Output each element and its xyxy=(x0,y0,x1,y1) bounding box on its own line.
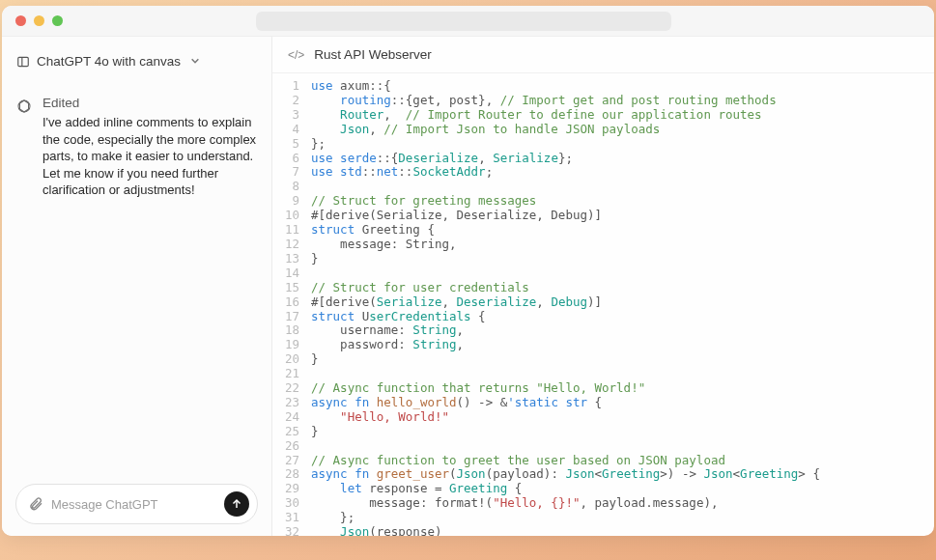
line-number: 10 xyxy=(272,209,311,223)
line-number: 20 xyxy=(272,352,311,367)
code-line[interactable]: 3 Router, // Import Router to define our… xyxy=(272,108,934,123)
code-content: routing::{get, post}, // Import get and … xyxy=(311,94,934,108)
code-line[interactable]: 22// Async function that returns "Hello,… xyxy=(272,381,934,396)
code-content: } xyxy=(311,252,934,266)
code-content: password: String, xyxy=(311,338,934,352)
sidebar-toggle-icon xyxy=(15,55,31,69)
code-line[interactable]: 25} xyxy=(272,425,934,439)
code-line[interactable]: 14 xyxy=(272,266,934,281)
code-content: "Hello, World!" xyxy=(311,410,934,425)
code-line[interactable]: 18 username: String, xyxy=(272,323,934,338)
line-number: 29 xyxy=(272,482,311,496)
code-content: struct Greeting { xyxy=(311,223,934,238)
code-content: message: String, xyxy=(311,238,934,252)
code-line[interactable]: 29 let response = Greeting { xyxy=(272,482,934,496)
canvas-panel: </> Rust API Webserver 1use axum::{2 rou… xyxy=(272,37,934,536)
code-content: struct UserCredentials { xyxy=(311,310,934,324)
message-status: Edited xyxy=(43,96,258,110)
code-content: // Struct for greeting messages xyxy=(311,194,934,209)
code-line[interactable]: 5}; xyxy=(272,137,934,152)
code-line[interactable]: 23async fn hello_world() -> &'static str… xyxy=(272,396,934,410)
line-number: 28 xyxy=(272,467,311,482)
window-controls xyxy=(15,15,63,26)
code-line[interactable]: 12 message: String, xyxy=(272,238,934,252)
url-bar[interactable] xyxy=(256,12,671,31)
code-line[interactable]: 17struct UserCredentials { xyxy=(272,310,934,324)
code-line[interactable]: 24 "Hello, World!" xyxy=(272,410,934,425)
code-line[interactable]: 10#[derive(Serialize, Deserialize, Debug… xyxy=(272,209,934,223)
line-number: 18 xyxy=(272,323,311,338)
code-content: use axum::{ xyxy=(311,79,934,94)
code-line[interactable]: 31 }; xyxy=(272,511,934,525)
line-number: 21 xyxy=(272,367,311,381)
line-number: 23 xyxy=(272,396,311,410)
line-number: 24 xyxy=(272,410,311,425)
code-content: } xyxy=(311,425,934,439)
code-content: #[derive(Serialize, Deserialize, Debug)] xyxy=(311,295,934,310)
code-line[interactable]: 28async fn greet_user(Json(payload): Jso… xyxy=(272,467,934,482)
code-content: username: String, xyxy=(311,323,934,338)
code-line[interactable]: 16#[derive(Serialize, Deserialize, Debug… xyxy=(272,295,934,310)
openai-logo-icon xyxy=(15,98,33,115)
code-line[interactable]: 20} xyxy=(272,352,934,367)
line-number: 6 xyxy=(272,152,311,166)
code-content: }; xyxy=(311,511,934,525)
code-content: // Async function that returns "Hello, W… xyxy=(311,381,934,396)
composer xyxy=(15,484,258,524)
line-number: 5 xyxy=(272,137,311,152)
code-line[interactable]: 30 message: format!("Hello, {}!", payloa… xyxy=(272,496,934,511)
code-line[interactable]: 7use std::net::SocketAddr; xyxy=(272,165,934,180)
code-content xyxy=(311,266,934,281)
line-number: 32 xyxy=(272,525,311,536)
close-window-button[interactable] xyxy=(15,15,26,26)
line-number: 25 xyxy=(272,425,311,439)
code-line[interactable]: 15// Struct for user credentials xyxy=(272,281,934,295)
code-icon: </> xyxy=(288,48,304,62)
attachment-icon[interactable] xyxy=(28,496,43,512)
code-content: message: format!("Hello, {}!", payload.m… xyxy=(311,496,934,511)
code-content xyxy=(311,439,934,454)
code-line[interactable]: 2 routing::{get, post}, // Import get an… xyxy=(272,94,934,108)
code-content xyxy=(311,367,934,381)
chevron-down-icon xyxy=(190,54,200,69)
code-content: // Async function to greet the user base… xyxy=(311,454,934,468)
message-body: I've added inline comments to explain th… xyxy=(43,114,258,199)
code-line[interactable]: 4 Json, // Import Json to handle JSON pa… xyxy=(272,123,934,137)
code-line[interactable]: 27// Async function to greet the user ba… xyxy=(272,454,934,468)
code-line[interactable]: 26 xyxy=(272,439,934,454)
line-number: 8 xyxy=(272,180,311,194)
line-number: 31 xyxy=(272,511,311,525)
code-line[interactable]: 1use axum::{ xyxy=(272,79,934,94)
code-line[interactable]: 6use serde::{Deserialize, Serialize}; xyxy=(272,152,934,166)
send-button[interactable] xyxy=(224,491,249,517)
minimize-window-button[interactable] xyxy=(34,15,44,26)
line-number: 15 xyxy=(272,281,311,295)
code-line[interactable]: 9// Struct for greeting messages xyxy=(272,194,934,209)
line-number: 27 xyxy=(272,454,311,468)
model-label: ChatGPT 4o with canvas xyxy=(37,54,181,69)
code-content: let response = Greeting { xyxy=(311,482,934,496)
code-line[interactable]: 21 xyxy=(272,367,934,381)
line-number: 16 xyxy=(272,295,311,310)
code-line[interactable]: 11struct Greeting { xyxy=(272,223,934,238)
canvas-title: Rust API Webserver xyxy=(314,47,431,62)
line-number: 11 xyxy=(272,223,311,238)
line-number: 26 xyxy=(272,439,311,454)
code-content: Json(response) xyxy=(311,525,934,536)
code-content: Json, // Import Json to handle JSON payl… xyxy=(311,123,934,137)
line-number: 17 xyxy=(272,310,311,324)
model-selector[interactable]: ChatGPT 4o with canvas xyxy=(15,54,258,69)
canvas-header: </> Rust API Webserver xyxy=(272,37,934,73)
maximize-window-button[interactable] xyxy=(52,15,63,26)
code-line[interactable]: 13} xyxy=(272,252,934,266)
code-content: // Struct for user credentials xyxy=(311,281,934,295)
code-line[interactable]: 32 Json(response) xyxy=(272,525,934,536)
code-line[interactable]: 8 xyxy=(272,180,934,194)
message-input[interactable] xyxy=(51,497,216,512)
code-content: use serde::{Deserialize, Serialize}; xyxy=(311,152,934,166)
code-content: }; xyxy=(311,137,934,152)
code-line[interactable]: 19 password: String, xyxy=(272,338,934,352)
code-editor[interactable]: 1use axum::{2 routing::{get, post}, // I… xyxy=(272,73,934,536)
line-number: 30 xyxy=(272,496,311,511)
code-content: async fn greet_user(Json(payload): Json<… xyxy=(311,467,934,482)
